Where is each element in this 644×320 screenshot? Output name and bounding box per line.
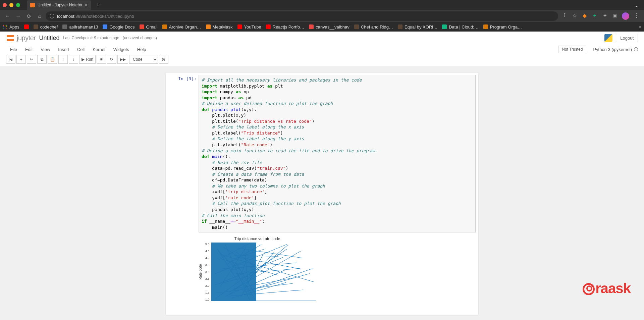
interrupt-button[interactable]: ■	[97, 55, 106, 64]
bookmark-favicon-icon	[237, 24, 242, 29]
restart-runall-button[interactable]: ▶▶	[117, 55, 128, 64]
move-down-button[interactable]: ↓	[69, 55, 78, 64]
tab-bar: Untitled - Jupyter Notebo × + ⌄	[0, 0, 644, 10]
chart-yticks: 5.04.54.03.53.02.52.01.51.0	[204, 243, 211, 301]
cell-code-input[interactable]: # Import all the necessary libraries and…	[199, 75, 476, 232]
url-path: /notebooks/Untitled.ipynb	[85, 14, 134, 19]
extensions-icon[interactable]: ✦	[602, 12, 608, 18]
bookmark-overflow-icon[interactable]: »	[639, 24, 641, 30]
tab-overflow-icon[interactable]: ⌄	[632, 2, 641, 8]
browser-tab[interactable]: Untitled - Jupyter Notebo ×	[27, 0, 91, 10]
kernel-indicator-icon	[634, 47, 638, 51]
bookmark-item[interactable]: Chef and Ridg…	[354, 24, 393, 30]
menu-view[interactable]: View	[37, 45, 54, 54]
bookmark-item[interactable]: Data | Cloud:…	[442, 24, 479, 30]
bookmark-item[interactable]	[24, 24, 29, 29]
menu-widgets[interactable]: Widgets	[109, 45, 133, 54]
jupyter-toolbar: ＋ ✂ ⧉ 📋 ↑ ↓ ▶ Run ■ ⟳ ▶▶ Code ⌘	[0, 54, 644, 66]
bookmark-favicon-icon	[162, 24, 167, 29]
menu-help[interactable]: Help	[133, 45, 150, 54]
close-window-icon[interactable]	[3, 3, 7, 7]
add-cell-button[interactable]: ＋	[16, 55, 26, 64]
watermark-o-icon	[583, 283, 595, 295]
maximize-window-icon[interactable]	[16, 3, 20, 7]
home-button[interactable]: ⌂	[35, 11, 44, 21]
extension-icon[interactable]: ◆	[582, 12, 588, 18]
bookmark-item[interactable]: Program Orga…	[483, 24, 522, 30]
move-up-button[interactable]: ↑	[58, 55, 68, 64]
share-icon[interactable]: ⤴	[561, 12, 568, 18]
jupyter-header: jupyter Untitled Last Checkpoint: 9 minu…	[0, 32, 644, 66]
forward-button[interactable]: →	[13, 11, 23, 21]
not-trusted-button[interactable]: Not Trusted	[558, 46, 586, 53]
notebook-title[interactable]: Untitled	[39, 35, 60, 42]
bookmark-item[interactable]: Reactjs Portfo…	[266, 24, 305, 30]
chrome-menu-icon[interactable]: ⋮	[633, 12, 639, 18]
bookmark-item[interactable]: Apps	[3, 24, 19, 30]
run-button[interactable]: ▶ Run	[79, 55, 96, 64]
celltype-select[interactable]: Code	[129, 55, 158, 64]
copy-cell-button[interactable]: ⧉	[37, 55, 47, 64]
cell-output: Trip distance vs rate code Rate code 5.0…	[166, 234, 478, 315]
svg-point-5	[6, 26, 7, 27]
bookmark-item[interactable]: YouTube	[237, 24, 261, 30]
window-controls	[3, 3, 20, 7]
bookmark-item[interactable]: asifrahaman13	[62, 24, 98, 30]
svg-point-1	[5, 25, 5, 26]
profile-avatar[interactable]	[622, 12, 629, 20]
back-button[interactable]: ←	[3, 11, 12, 21]
address-bar[interactable]: i localhost:8888/notebooks/Untitled.ipyn…	[46, 11, 558, 21]
chart-plot-area	[211, 243, 316, 301]
autosave-text: (unsaved changes)	[123, 36, 157, 40]
extension-icon[interactable]: ＋	[592, 12, 598, 18]
bookmark-favicon-icon	[62, 24, 67, 29]
cut-cell-button[interactable]: ✂	[27, 55, 36, 64]
bookmark-item[interactable]: Archive Organ…	[162, 24, 201, 30]
minimize-window-icon[interactable]	[9, 3, 13, 7]
side-panel-icon[interactable]: ▣	[612, 12, 618, 18]
tab-title: Untitled - Jupyter Notebo	[38, 3, 82, 7]
jupyter-logo[interactable]: jupyter	[6, 34, 36, 42]
svg-point-0	[3, 25, 4, 26]
svg-point-7	[5, 28, 5, 29]
code-cell[interactable]: In [3]: # Import all the necessary libra…	[166, 73, 478, 234]
reload-button[interactable]: ⟳	[24, 11, 34, 21]
output-chart: Trip distance vs rate code Rate code 5.0…	[199, 236, 316, 301]
site-info-icon[interactable]: i	[50, 14, 54, 18]
bookmark-item[interactable]: Equal by XORi…	[398, 24, 437, 30]
cell-prompt: In [3]:	[168, 75, 199, 232]
star-bookmark-icon[interactable]: ☆	[572, 12, 578, 18]
url-host: localhost	[57, 14, 74, 19]
bookmark-favicon-icon	[24, 24, 29, 29]
menu-cell[interactable]: Cell	[73, 45, 89, 54]
menu-kernel[interactable]: Kernel	[89, 45, 109, 54]
menu-edit[interactable]: Edit	[21, 45, 37, 54]
paste-cell-button[interactable]: 📋	[48, 55, 57, 64]
bookmark-item[interactable]: codechef	[34, 24, 58, 30]
menu-insert[interactable]: Insert	[54, 45, 73, 54]
bookmark-favicon-icon	[103, 24, 107, 29]
logout-button[interactable]: Logout	[616, 34, 638, 42]
bookmark-favicon-icon	[206, 24, 211, 29]
restart-button[interactable]: ⟳	[107, 55, 116, 64]
kernel-name[interactable]: Python 3 (ipykernel)	[593, 47, 638, 52]
jupyter-page: jupyter Untitled Last Checkpoint: 9 minu…	[0, 32, 644, 320]
menu-bar: FileEditViewInsertCellKernelWidgetsHelpN…	[0, 44, 644, 54]
bookmark-favicon-icon	[34, 24, 38, 29]
watermark: raask	[583, 280, 631, 297]
bookmark-favicon-icon	[398, 24, 402, 29]
tab-close-icon[interactable]: ×	[85, 2, 88, 8]
chart-title: Trip distance vs rate code	[199, 236, 316, 241]
bookmark-item[interactable]: MetaMask	[206, 24, 233, 30]
svg-point-2	[6, 25, 7, 26]
bookmark-bar: Appscodechefasifrahaman13Google DocsGmai…	[0, 22, 644, 32]
command-palette-button[interactable]: ⌘	[159, 55, 168, 64]
bookmark-item[interactable]: Gmail	[140, 24, 158, 30]
save-button[interactable]	[6, 55, 15, 64]
python-logo-icon	[604, 34, 612, 42]
bookmark-favicon-icon	[354, 24, 359, 29]
menu-file[interactable]: File	[6, 45, 21, 54]
bookmark-item[interactable]: Google Docs	[103, 24, 135, 30]
new-tab-button[interactable]: +	[94, 2, 103, 9]
bookmark-item[interactable]: canvas__vaibhav	[309, 24, 349, 30]
